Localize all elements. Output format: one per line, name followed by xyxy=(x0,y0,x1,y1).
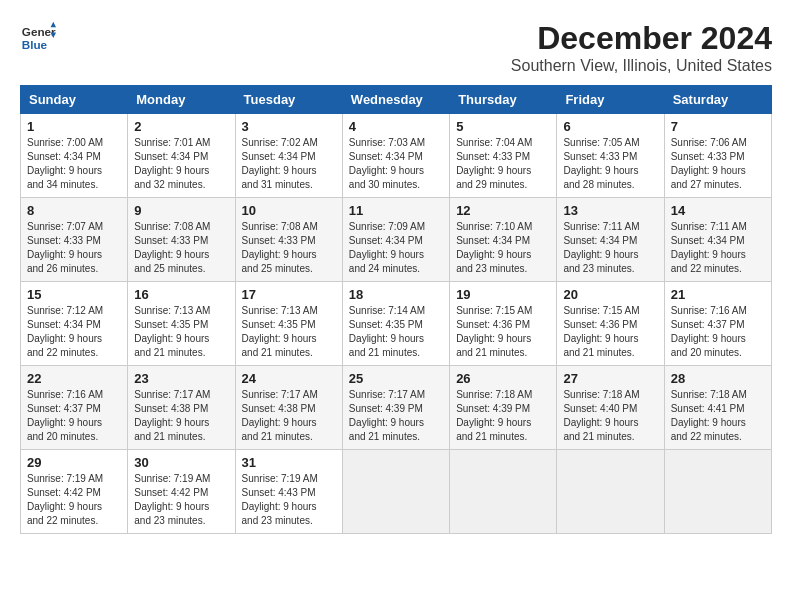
day-number: 19 xyxy=(456,287,550,302)
daylight-minutes: and 21 minutes. xyxy=(349,347,420,358)
calendar-cell xyxy=(342,450,449,534)
calendar-cell: 3Sunrise: 7:02 AMSunset: 4:34 PMDaylight… xyxy=(235,114,342,198)
day-number: 30 xyxy=(134,455,228,470)
sunset-label: Sunset: 4:35 PM xyxy=(134,319,208,330)
calendar-cell: 20Sunrise: 7:15 AMSunset: 4:36 PMDayligh… xyxy=(557,282,664,366)
day-info: Sunrise: 7:03 AMSunset: 4:34 PMDaylight:… xyxy=(349,136,443,192)
calendar-cell: 1Sunrise: 7:00 AMSunset: 4:34 PMDaylight… xyxy=(21,114,128,198)
daylight-minutes: and 21 minutes. xyxy=(134,347,205,358)
sunset-label: Sunset: 4:35 PM xyxy=(242,319,316,330)
sunrise-label: Sunrise: 7:14 AM xyxy=(349,305,425,316)
daylight-label: Daylight: 9 hours xyxy=(27,249,102,260)
daylight-minutes: and 30 minutes. xyxy=(349,179,420,190)
sunrise-label: Sunrise: 7:09 AM xyxy=(349,221,425,232)
calendar-cell xyxy=(450,450,557,534)
daylight-minutes: and 22 minutes. xyxy=(671,263,742,274)
calendar-cell: 8Sunrise: 7:07 AMSunset: 4:33 PMDaylight… xyxy=(21,198,128,282)
sunrise-label: Sunrise: 7:08 AM xyxy=(134,221,210,232)
sunrise-label: Sunrise: 7:19 AM xyxy=(27,473,103,484)
day-info: Sunrise: 7:17 AMSunset: 4:39 PMDaylight:… xyxy=(349,388,443,444)
daylight-minutes: and 21 minutes. xyxy=(242,347,313,358)
sunset-label: Sunset: 4:35 PM xyxy=(349,319,423,330)
sunrise-label: Sunrise: 7:06 AM xyxy=(671,137,747,148)
sunrise-label: Sunrise: 7:16 AM xyxy=(27,389,103,400)
daylight-minutes: and 22 minutes. xyxy=(27,347,98,358)
calendar-cell: 22Sunrise: 7:16 AMSunset: 4:37 PMDayligh… xyxy=(21,366,128,450)
calendar-cell: 28Sunrise: 7:18 AMSunset: 4:41 PMDayligh… xyxy=(664,366,771,450)
sunrise-label: Sunrise: 7:11 AM xyxy=(671,221,747,232)
sunrise-label: Sunrise: 7:05 AM xyxy=(563,137,639,148)
day-number: 14 xyxy=(671,203,765,218)
calendar-cell: 9Sunrise: 7:08 AMSunset: 4:33 PMDaylight… xyxy=(128,198,235,282)
daylight-label: Daylight: 9 hours xyxy=(242,249,317,260)
day-number: 7 xyxy=(671,119,765,134)
daylight-label: Daylight: 9 hours xyxy=(671,165,746,176)
day-number: 26 xyxy=(456,371,550,386)
calendar-cell: 11Sunrise: 7:09 AMSunset: 4:34 PMDayligh… xyxy=(342,198,449,282)
day-number: 17 xyxy=(242,287,336,302)
sunrise-label: Sunrise: 7:01 AM xyxy=(134,137,210,148)
daylight-minutes: and 26 minutes. xyxy=(27,263,98,274)
day-number: 28 xyxy=(671,371,765,386)
calendar-cell: 4Sunrise: 7:03 AMSunset: 4:34 PMDaylight… xyxy=(342,114,449,198)
daylight-label: Daylight: 9 hours xyxy=(134,333,209,344)
day-number: 21 xyxy=(671,287,765,302)
day-info: Sunrise: 7:16 AMSunset: 4:37 PMDaylight:… xyxy=(671,304,765,360)
day-header: Sunday xyxy=(21,86,128,114)
daylight-minutes: and 22 minutes. xyxy=(27,515,98,526)
daylight-label: Daylight: 9 hours xyxy=(27,165,102,176)
sunset-label: Sunset: 4:34 PM xyxy=(134,151,208,162)
day-number: 25 xyxy=(349,371,443,386)
day-info: Sunrise: 7:09 AMSunset: 4:34 PMDaylight:… xyxy=(349,220,443,276)
day-info: Sunrise: 7:18 AMSunset: 4:41 PMDaylight:… xyxy=(671,388,765,444)
daylight-label: Daylight: 9 hours xyxy=(242,417,317,428)
day-info: Sunrise: 7:01 AMSunset: 4:34 PMDaylight:… xyxy=(134,136,228,192)
daylight-minutes: and 27 minutes. xyxy=(671,179,742,190)
calendar-cell xyxy=(557,450,664,534)
daylight-label: Daylight: 9 hours xyxy=(563,249,638,260)
sunset-label: Sunset: 4:39 PM xyxy=(456,403,530,414)
day-info: Sunrise: 7:16 AMSunset: 4:37 PMDaylight:… xyxy=(27,388,121,444)
calendar-cell: 18Sunrise: 7:14 AMSunset: 4:35 PMDayligh… xyxy=(342,282,449,366)
calendar-row: 29Sunrise: 7:19 AMSunset: 4:42 PMDayligh… xyxy=(21,450,772,534)
daylight-label: Daylight: 9 hours xyxy=(563,165,638,176)
day-info: Sunrise: 7:19 AMSunset: 4:43 PMDaylight:… xyxy=(242,472,336,528)
sunset-label: Sunset: 4:37 PM xyxy=(671,319,745,330)
sunrise-label: Sunrise: 7:03 AM xyxy=(349,137,425,148)
sunset-label: Sunset: 4:41 PM xyxy=(671,403,745,414)
sunset-label: Sunset: 4:42 PM xyxy=(27,487,101,498)
daylight-label: Daylight: 9 hours xyxy=(134,501,209,512)
day-info: Sunrise: 7:10 AMSunset: 4:34 PMDaylight:… xyxy=(456,220,550,276)
daylight-label: Daylight: 9 hours xyxy=(456,333,531,344)
day-info: Sunrise: 7:12 AMSunset: 4:34 PMDaylight:… xyxy=(27,304,121,360)
sunset-label: Sunset: 4:42 PM xyxy=(134,487,208,498)
sunrise-label: Sunrise: 7:12 AM xyxy=(27,305,103,316)
sunset-label: Sunset: 4:36 PM xyxy=(563,319,637,330)
sunset-label: Sunset: 4:43 PM xyxy=(242,487,316,498)
daylight-label: Daylight: 9 hours xyxy=(671,333,746,344)
day-info: Sunrise: 7:05 AMSunset: 4:33 PMDaylight:… xyxy=(563,136,657,192)
location-subtitle: Southern View, Illinois, United States xyxy=(511,57,772,75)
day-number: 8 xyxy=(27,203,121,218)
day-number: 3 xyxy=(242,119,336,134)
daylight-label: Daylight: 9 hours xyxy=(134,417,209,428)
day-number: 13 xyxy=(563,203,657,218)
daylight-minutes: and 21 minutes. xyxy=(563,431,634,442)
calendar-cell: 7Sunrise: 7:06 AMSunset: 4:33 PMDaylight… xyxy=(664,114,771,198)
sunrise-label: Sunrise: 7:10 AM xyxy=(456,221,532,232)
day-info: Sunrise: 7:13 AMSunset: 4:35 PMDaylight:… xyxy=(134,304,228,360)
sunset-label: Sunset: 4:34 PM xyxy=(27,151,101,162)
page-header: General Blue December 2024 Southern View… xyxy=(20,20,772,75)
day-number: 16 xyxy=(134,287,228,302)
sunset-label: Sunset: 4:34 PM xyxy=(671,235,745,246)
day-number: 27 xyxy=(563,371,657,386)
day-number: 18 xyxy=(349,287,443,302)
daylight-minutes: and 21 minutes. xyxy=(456,431,527,442)
sunset-label: Sunset: 4:34 PM xyxy=(349,235,423,246)
daylight-minutes: and 28 minutes. xyxy=(563,179,634,190)
daylight-label: Daylight: 9 hours xyxy=(134,165,209,176)
calendar-cell: 31Sunrise: 7:19 AMSunset: 4:43 PMDayligh… xyxy=(235,450,342,534)
calendar-cell: 30Sunrise: 7:19 AMSunset: 4:42 PMDayligh… xyxy=(128,450,235,534)
day-info: Sunrise: 7:04 AMSunset: 4:33 PMDaylight:… xyxy=(456,136,550,192)
daylight-minutes: and 25 minutes. xyxy=(242,263,313,274)
